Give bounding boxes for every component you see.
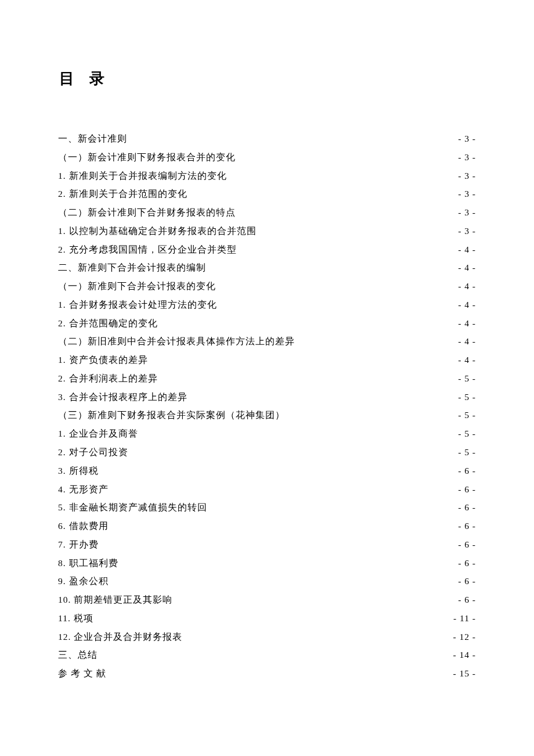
toc-entry-page: - 3 - (443, 129, 476, 148)
toc-entry: 1. 新准则关于合并报表编制方法的变化 - 3 - (58, 167, 476, 185)
toc-entry: 10. 前期差错更正及其影响 - 6 - (58, 591, 476, 609)
toc-entry-page: - 4 - (443, 314, 476, 333)
toc-entry-label: 10. 前期差错更正及其影响 (58, 591, 172, 609)
toc-entry-page: - 6 - (443, 498, 476, 517)
toc-entry-label: 1. 企业合并及商誉 (58, 424, 138, 443)
toc-leader-dots (217, 280, 442, 290)
toc-leader-dots (107, 668, 442, 677)
toc-entry-label: 3. 合并会计报表程序上的差异 (58, 388, 187, 406)
toc-leader-dots (139, 428, 443, 437)
toc-leader-dots (237, 151, 442, 160)
toc-leader-dots (237, 207, 442, 216)
toc-leader-dots (189, 188, 443, 197)
toc-entry-page: - 3 - (443, 167, 476, 185)
toc-entry: 12. 企业合并及合并财务报表 - 12 - (58, 628, 476, 646)
toc-entry-page: - 15 - (443, 664, 476, 683)
toc-leader-dots (100, 465, 443, 474)
toc-entry-label: 2. 合并范围确定的变化 (58, 314, 158, 333)
toc-entry-label: 3. 所得税 (58, 462, 99, 480)
toc-entry: （二）新会计准则下合并财务报表的特点 - 3 - (58, 203, 476, 222)
toc-entry: 2. 新准则关于合并范围的变化 - 3 - (58, 185, 476, 203)
toc-entry: 1. 资产负债表的差异 - 4 - (58, 351, 476, 369)
toc-entry-page: - 3 - (443, 148, 476, 167)
toc-entry: （一）新准则下合并会计报表的变化 - 4 - (58, 277, 476, 296)
toc-entry-page: - 6 - (443, 517, 476, 535)
toc-entry-page: - 6 - (443, 554, 476, 573)
toc-entry-page: - 5 - (443, 443, 476, 462)
toc-entry-page: - 4 - (443, 258, 476, 277)
toc-entry-label: （二）新旧准则中合并会计报表具体操作方法上的差异 (58, 332, 295, 351)
toc-entry-page: - 12 - (443, 628, 476, 646)
toc-entry-page: - 11 - (443, 609, 476, 628)
toc-entry-page: - 3 - (443, 222, 476, 240)
toc-entry: 二、新准则下合并会计报表的编制- 4 - (58, 258, 476, 277)
toc-entry: 参 考 文 献- 15 - (58, 664, 476, 683)
toc-leader-dots (208, 502, 443, 511)
toc-entry-page: - 5 - (443, 388, 476, 406)
toc-entry-label: 1. 新准则关于合并报表编制方法的变化 (58, 167, 227, 185)
toc-entry-page: - 3 - (443, 203, 476, 222)
toc-entry-page: - 4 - (443, 277, 476, 296)
toc-entry: 4. 无形资产 - 6 - (58, 480, 476, 499)
toc-entry: 2. 对子公司投资 - 5 - (58, 443, 476, 462)
toc-entry: 7. 开办费 - 6 - (58, 535, 476, 554)
toc-entry: 9. 盈余公积 - 6 - (58, 572, 476, 591)
toc-entry-label: 二、新准则下合并会计报表的编制 (58, 258, 206, 277)
toc-entry: 6. 借款费用 - 6 - (58, 517, 476, 535)
toc-entry: 3. 所得税 - 6 - (58, 462, 476, 480)
toc-entry: 2. 充分考虑我国国情，区分企业合并类型 - 4 - (58, 240, 476, 259)
toc-entry: 1. 企业合并及商誉 - 5 - (58, 424, 476, 443)
toc-list: 一、新会计准则- 3 -（一）新会计准则下财务报表合并的变化 - 3 -1. 新… (58, 129, 476, 683)
toc-leader-dots (110, 575, 443, 585)
toc-leader-dots (110, 520, 443, 530)
toc-entry-page: - 4 - (443, 332, 476, 351)
toc-leader-dots (95, 612, 442, 621)
toc-entry-label: 1. 合并财务报表会计处理方法的变化 (58, 296, 217, 314)
toc-entry: 11. 税项 - 11 - (58, 609, 476, 628)
toc-entry-page: - 6 - (443, 462, 476, 480)
toc-leader-dots (120, 557, 443, 566)
toc-entry-label: （一）新准则下合并会计报表的变化 (58, 277, 216, 296)
toc-leader-dots (149, 354, 443, 363)
toc-leader-dots (159, 317, 443, 326)
toc-entry-label: 三、总结 (58, 646, 98, 664)
toc-entry-label: （三）新准则下财务报表合并实际案例（花神集团） (58, 406, 285, 424)
toc-entry-label: 2. 充分考虑我国国情，区分企业合并类型 (58, 240, 237, 259)
toc-entry: 5. 非金融长期资产减值损失的转回 - 6 - (58, 498, 476, 517)
toc-entry-page: - 3 - (443, 185, 476, 203)
toc-leader-dots (258, 225, 443, 234)
toc-entry-label: 参 考 文 献 (58, 664, 106, 683)
toc-entry-label: 8. 职工福利费 (58, 554, 118, 573)
toc-leader-dots (207, 262, 442, 271)
toc-entry-label: 2. 新准则关于合并范围的变化 (58, 185, 187, 203)
toc-entry-label: 1. 资产负债表的差异 (58, 351, 148, 369)
toc-leader-dots (228, 170, 443, 179)
toc-leader-dots (174, 594, 442, 603)
toc-entry: 1. 以控制为基础确定合并财务报表的合并范围 - 3 - (58, 222, 476, 240)
toc-entry-label: 2. 合并利润表上的差异 (58, 369, 158, 388)
toc-entry-label: （一）新会计准则下财务报表合并的变化 (58, 148, 236, 167)
toc-title: 目录 (59, 69, 476, 89)
toc-entry-label: 7. 开办费 (58, 535, 99, 554)
toc-entry-label: 12. 企业合并及合并财务报表 (58, 628, 182, 646)
toc-leader-dots (129, 447, 443, 456)
toc-entry-label: 一、新会计准则 (58, 129, 127, 148)
toc-entry-page: - 6 - (443, 591, 476, 609)
toc-leader-dots (296, 336, 442, 345)
toc-entry-label: 2. 对子公司投资 (58, 443, 128, 462)
toc-entry-page: - 4 - (443, 351, 476, 369)
toc-entry-page: - 6 - (443, 480, 476, 499)
toc-leader-dots (159, 372, 443, 381)
toc-entry-label: 5. 非金融长期资产减值损失的转回 (58, 498, 207, 517)
toc-leader-dots (218, 298, 443, 308)
toc-entry: 2. 合并利润表上的差异 - 5 - (58, 369, 476, 388)
toc-entry-page: - 4 - (443, 296, 476, 314)
toc-entry-page: - 5 - (443, 424, 476, 443)
toc-leader-dots (189, 391, 443, 400)
toc-entry-label: 9. 盈余公积 (58, 572, 109, 591)
toc-entry-page: - 6 - (443, 535, 476, 554)
toc-entry: （二）新旧准则中合并会计报表具体操作方法上的差异 - 4 - (58, 332, 476, 351)
toc-entry-label: 4. 无形资产 (58, 480, 109, 499)
toc-entry: （三）新准则下财务报表合并实际案例（花神集团） - 5 - (58, 406, 476, 424)
toc-entry-label: （二）新会计准则下合并财务报表的特点 (58, 203, 236, 222)
